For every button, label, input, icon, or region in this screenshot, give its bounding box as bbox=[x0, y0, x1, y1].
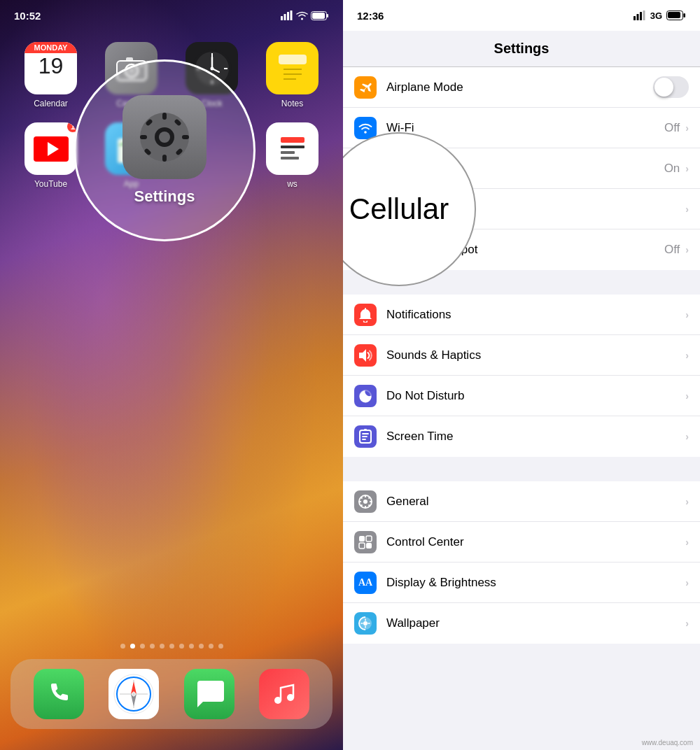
section-general: General › Control Center › AA Display & … bbox=[343, 481, 700, 644]
right-time: 12:36 bbox=[357, 10, 384, 22]
gap-2 bbox=[343, 457, 700, 481]
svg-point-56 bbox=[274, 697, 281, 704]
right-status-icons: 3G bbox=[634, 10, 686, 21]
sounds-label: Sounds & Haptics bbox=[386, 348, 685, 362]
svg-rect-63 bbox=[668, 12, 680, 18]
svg-rect-42 bbox=[162, 155, 167, 162]
dot-6 bbox=[169, 644, 174, 649]
svg-rect-0 bbox=[281, 16, 283, 20]
row-airplane[interactable]: Airplane Mode bbox=[343, 67, 700, 108]
display-chevron: › bbox=[685, 577, 689, 588]
right-network: 3G bbox=[650, 10, 662, 21]
dot-8 bbox=[189, 644, 194, 649]
dock-phone[interactable] bbox=[34, 669, 84, 719]
right-battery-icon bbox=[666, 10, 686, 20]
sounds-chevron: › bbox=[685, 350, 689, 361]
dock-messages[interactable] bbox=[184, 669, 234, 719]
svg-point-65 bbox=[364, 131, 367, 134]
calendar-date: 19 bbox=[38, 55, 64, 77]
svg-rect-34 bbox=[281, 137, 304, 143]
row-cellular[interactable]: Cellular › Cellular bbox=[343, 189, 700, 229]
dock-safari[interactable] bbox=[108, 669, 159, 719]
app-notes[interactable]: Notes bbox=[255, 42, 329, 108]
screentime-icon bbox=[354, 425, 377, 448]
dot-9 bbox=[199, 644, 204, 649]
svg-rect-24 bbox=[279, 55, 307, 64]
screentime-chevron: › bbox=[685, 431, 689, 442]
dot-5 bbox=[160, 644, 164, 649]
right-signal-icon bbox=[634, 10, 646, 20]
svg-rect-35 bbox=[281, 146, 304, 148]
dot-10 bbox=[209, 644, 214, 649]
dnd-icon bbox=[354, 385, 377, 407]
dot-3 bbox=[140, 644, 145, 649]
display-icon: AA bbox=[354, 572, 377, 594]
row-sounds[interactable]: Sounds & Haptics › bbox=[343, 335, 700, 376]
youtube-icon: 1 bbox=[24, 122, 77, 175]
row-screentime[interactable]: Screen Time › bbox=[343, 416, 700, 457]
svg-line-82 bbox=[361, 497, 363, 498]
svg-rect-37 bbox=[281, 157, 299, 160]
general-chevron: › bbox=[685, 496, 689, 507]
notifications-icon bbox=[354, 304, 377, 326]
screentime-label: Screen Time bbox=[386, 430, 685, 444]
general-label: General bbox=[386, 495, 685, 509]
svg-point-22 bbox=[210, 66, 214, 70]
svg-marker-73 bbox=[359, 349, 366, 362]
left-status-icons bbox=[281, 10, 329, 20]
svg-point-90 bbox=[363, 621, 368, 625]
airplane-toggle[interactable] bbox=[653, 76, 689, 98]
svg-rect-43 bbox=[140, 135, 147, 139]
row-display[interactable]: AA Display & Brightness › bbox=[343, 562, 700, 603]
settings-circle-overlay[interactable]: Settings bbox=[74, 59, 255, 241]
svg-rect-2 bbox=[287, 12, 289, 20]
svg-rect-36 bbox=[281, 151, 295, 154]
row-dnd[interactable]: Do Not Disturb › bbox=[343, 376, 700, 416]
svg-rect-59 bbox=[636, 14, 638, 20]
app-calendar[interactable]: Monday 19 Calendar bbox=[14, 42, 88, 108]
right-panel: 12:36 3G Settings bbox=[343, 0, 700, 750]
svg-rect-60 bbox=[640, 12, 642, 20]
cellular-overlay-text: Cellular bbox=[349, 192, 449, 226]
svg-line-85 bbox=[361, 504, 363, 506]
section-notifications: Notifications › Sounds & Haptics › bbox=[343, 295, 700, 457]
settings-title-bar: Settings bbox=[343, 31, 700, 67]
row-general[interactable]: General › bbox=[343, 481, 700, 522]
left-status-bar: 10:52 bbox=[0, 0, 343, 31]
row-notifications[interactable]: Notifications › bbox=[343, 295, 700, 335]
wallpaper-chevron: › bbox=[685, 618, 689, 629]
svg-rect-12 bbox=[126, 57, 133, 62]
svg-rect-1 bbox=[284, 14, 286, 20]
settings-title: Settings bbox=[494, 41, 550, 57]
dot-4 bbox=[150, 644, 155, 649]
calendar-day: Monday bbox=[24, 42, 77, 53]
controlcenter-label: Control Center bbox=[386, 535, 685, 549]
news-icon bbox=[266, 122, 318, 175]
settings-overlay-label: Settings bbox=[134, 188, 195, 206]
dock-music[interactable] bbox=[259, 669, 309, 719]
wallpaper-icon bbox=[354, 612, 377, 635]
news-label: ws bbox=[287, 179, 298, 189]
section-connectivity: Airplane Mode Wi-Fi Off › bbox=[343, 67, 700, 270]
row-wallpaper[interactable]: Wallpaper › bbox=[343, 603, 700, 644]
svg-point-40 bbox=[159, 132, 170, 143]
wifi-label: Wi-Fi bbox=[386, 121, 664, 135]
dnd-chevron: › bbox=[685, 390, 689, 402]
dot-11 bbox=[218, 644, 223, 649]
svg-rect-6 bbox=[312, 13, 325, 19]
page-dots bbox=[0, 644, 343, 649]
settings-icon-large bbox=[122, 95, 206, 179]
display-label: Display & Brightness bbox=[386, 576, 685, 590]
wallpaper-label: Wallpaper bbox=[386, 616, 685, 630]
youtube-label: YouTube bbox=[34, 179, 67, 189]
hotspot-chevron: › bbox=[685, 244, 689, 255]
app-news[interactable]: ws bbox=[255, 122, 329, 189]
notes-icon bbox=[266, 42, 318, 94]
cellular-chevron: › bbox=[685, 204, 689, 215]
left-panel: 10:52 bbox=[0, 0, 343, 750]
notifications-chevron: › bbox=[685, 309, 689, 320]
svg-rect-41 bbox=[162, 113, 167, 120]
row-controlcenter[interactable]: Control Center › bbox=[343, 522, 700, 562]
airplane-label: Airplane Mode bbox=[386, 80, 653, 94]
svg-rect-75 bbox=[364, 429, 367, 431]
